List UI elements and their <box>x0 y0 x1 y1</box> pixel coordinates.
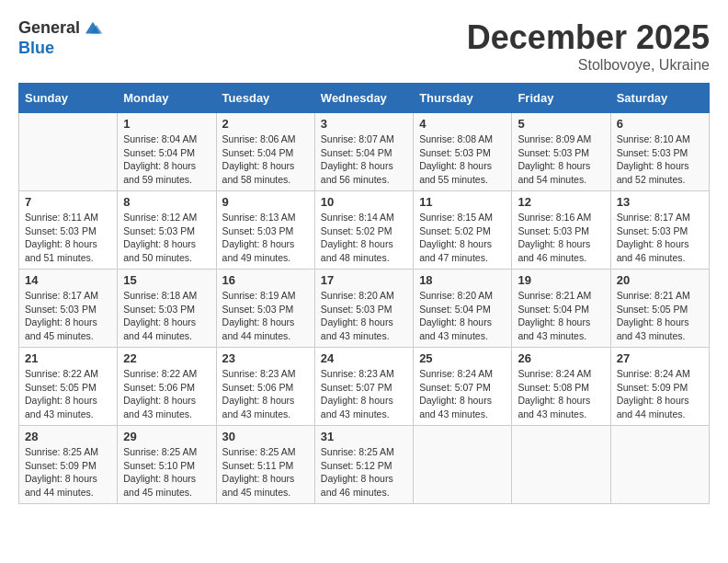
calendar-cell: 31Sunrise: 8:25 AMSunset: 5:12 PMDayligh… <box>314 426 413 504</box>
weekday-header: Tuesday <box>216 84 314 113</box>
day-info: Sunrise: 8:20 AMSunset: 5:04 PMDaylight:… <box>419 289 506 343</box>
calendar-cell: 11Sunrise: 8:15 AMSunset: 5:02 PMDayligh… <box>414 191 512 270</box>
logo-general: General <box>18 18 80 39</box>
calendar-cell <box>610 426 709 504</box>
day-info: Sunrise: 8:17 AMSunset: 5:03 PMDaylight:… <box>25 289 111 343</box>
calendar-cell: 8Sunrise: 8:12 AMSunset: 5:03 PMDaylight… <box>118 191 216 270</box>
day-number: 13 <box>617 195 703 209</box>
weekday-header: Sunday <box>19 84 118 113</box>
day-number: 2 <box>222 117 309 131</box>
day-info: Sunrise: 8:25 AMSunset: 5:09 PMDaylight:… <box>25 445 111 500</box>
calendar-cell: 7Sunrise: 8:11 AMSunset: 5:03 PMDaylight… <box>19 191 118 270</box>
day-number: 9 <box>222 195 309 209</box>
calendar-cell: 20Sunrise: 8:21 AMSunset: 5:05 PMDayligh… <box>610 270 709 348</box>
day-info: Sunrise: 8:24 AMSunset: 5:08 PMDaylight:… <box>518 367 604 421</box>
calendar-cell: 15Sunrise: 8:18 AMSunset: 5:03 PMDayligh… <box>118 270 216 348</box>
day-info: Sunrise: 8:24 AMSunset: 5:07 PMDaylight:… <box>419 367 506 421</box>
calendar-cell: 12Sunrise: 8:16 AMSunset: 5:03 PMDayligh… <box>512 191 610 270</box>
calendar-cell: 27Sunrise: 8:24 AMSunset: 5:09 PMDayligh… <box>610 348 709 426</box>
day-number: 11 <box>419 195 506 209</box>
calendar-week-row: 21Sunrise: 8:22 AMSunset: 5:05 PMDayligh… <box>19 348 710 426</box>
day-info: Sunrise: 8:09 AMSunset: 5:03 PMDaylight:… <box>518 132 604 187</box>
calendar-cell: 3Sunrise: 8:07 AMSunset: 5:04 PMDaylight… <box>314 113 413 191</box>
calendar-cell: 9Sunrise: 8:13 AMSunset: 5:03 PMDaylight… <box>216 191 314 270</box>
day-info: Sunrise: 8:22 AMSunset: 5:05 PMDaylight:… <box>25 367 111 421</box>
day-number: 5 <box>518 117 604 131</box>
day-info: Sunrise: 8:07 AMSunset: 5:04 PMDaylight:… <box>321 132 407 187</box>
calendar-cell: 24Sunrise: 8:23 AMSunset: 5:07 PMDayligh… <box>314 348 413 426</box>
calendar-cell: 10Sunrise: 8:14 AMSunset: 5:02 PMDayligh… <box>314 191 413 270</box>
calendar-cell: 1Sunrise: 8:04 AMSunset: 5:04 PMDaylight… <box>118 113 216 191</box>
calendar-cell: 6Sunrise: 8:10 AMSunset: 5:03 PMDaylight… <box>610 113 709 191</box>
day-number: 23 <box>222 351 309 365</box>
calendar-cell: 13Sunrise: 8:17 AMSunset: 5:03 PMDayligh… <box>610 191 709 270</box>
calendar-week-row: 14Sunrise: 8:17 AMSunset: 5:03 PMDayligh… <box>19 270 710 348</box>
calendar-cell: 25Sunrise: 8:24 AMSunset: 5:07 PMDayligh… <box>414 348 512 426</box>
day-info: Sunrise: 8:18 AMSunset: 5:03 PMDaylight:… <box>123 289 210 343</box>
calendar-cell: 29Sunrise: 8:25 AMSunset: 5:10 PMDayligh… <box>118 426 216 504</box>
calendar-cell: 21Sunrise: 8:22 AMSunset: 5:05 PMDayligh… <box>19 348 118 426</box>
calendar-table: SundayMondayTuesdayWednesdayThursdayFrid… <box>18 83 710 504</box>
calendar-cell: 26Sunrise: 8:24 AMSunset: 5:08 PMDayligh… <box>512 348 610 426</box>
title-area: December 2025 Stolbovoye, Ukraine <box>467 18 710 74</box>
calendar-cell: 5Sunrise: 8:09 AMSunset: 5:03 PMDaylight… <box>512 113 610 191</box>
calendar-cell <box>512 426 610 504</box>
calendar-cell: 30Sunrise: 8:25 AMSunset: 5:11 PMDayligh… <box>216 426 314 504</box>
day-info: Sunrise: 8:23 AMSunset: 5:06 PMDaylight:… <box>222 367 309 421</box>
calendar-cell: 22Sunrise: 8:22 AMSunset: 5:06 PMDayligh… <box>118 348 216 426</box>
weekday-header: Wednesday <box>314 84 413 113</box>
day-number: 7 <box>25 195 111 209</box>
day-number: 1 <box>123 117 210 131</box>
page-header: General Blue December 2025 Stolbovoye, U… <box>18 18 710 74</box>
logo-blue: Blue <box>18 39 54 57</box>
calendar-cell: 17Sunrise: 8:20 AMSunset: 5:03 PMDayligh… <box>314 270 413 348</box>
day-info: Sunrise: 8:25 AMSunset: 5:11 PMDaylight:… <box>222 445 309 500</box>
calendar-cell <box>414 426 512 504</box>
day-info: Sunrise: 8:16 AMSunset: 5:03 PMDaylight:… <box>518 211 604 265</box>
calendar-week-row: 7Sunrise: 8:11 AMSunset: 5:03 PMDaylight… <box>19 191 710 270</box>
day-number: 24 <box>321 351 407 365</box>
calendar-cell: 2Sunrise: 8:06 AMSunset: 5:04 PMDaylight… <box>216 113 314 191</box>
day-number: 4 <box>419 117 506 131</box>
day-info: Sunrise: 8:14 AMSunset: 5:02 PMDaylight:… <box>321 211 407 265</box>
month-title: December 2025 <box>467 18 710 57</box>
calendar-week-row: 1Sunrise: 8:04 AMSunset: 5:04 PMDaylight… <box>19 113 710 191</box>
day-info: Sunrise: 8:06 AMSunset: 5:04 PMDaylight:… <box>222 132 309 187</box>
day-number: 31 <box>321 430 407 443</box>
location-subtitle: Stolbovoye, Ukraine <box>467 57 710 74</box>
day-number: 12 <box>518 195 604 209</box>
day-number: 10 <box>321 195 407 209</box>
day-number: 15 <box>123 273 210 287</box>
weekday-header: Thursday <box>414 84 512 113</box>
day-number: 22 <box>123 351 210 365</box>
day-info: Sunrise: 8:20 AMSunset: 5:03 PMDaylight:… <box>321 289 407 343</box>
day-number: 17 <box>321 273 407 287</box>
day-info: Sunrise: 8:04 AMSunset: 5:04 PMDaylight:… <box>123 132 210 187</box>
calendar-header-row: SundayMondayTuesdayWednesdayThursdayFrid… <box>19 84 710 113</box>
day-info: Sunrise: 8:25 AMSunset: 5:12 PMDaylight:… <box>321 445 407 500</box>
calendar-cell: 14Sunrise: 8:17 AMSunset: 5:03 PMDayligh… <box>19 270 118 348</box>
day-number: 18 <box>419 273 506 287</box>
day-number: 19 <box>518 273 604 287</box>
calendar-cell: 19Sunrise: 8:21 AMSunset: 5:04 PMDayligh… <box>512 270 610 348</box>
day-number: 16 <box>222 273 309 287</box>
calendar-cell: 23Sunrise: 8:23 AMSunset: 5:06 PMDayligh… <box>216 348 314 426</box>
calendar-cell: 16Sunrise: 8:19 AMSunset: 5:03 PMDayligh… <box>216 270 314 348</box>
day-info: Sunrise: 8:13 AMSunset: 5:03 PMDaylight:… <box>222 211 309 265</box>
day-number: 28 <box>25 430 111 443</box>
day-number: 21 <box>25 351 111 365</box>
day-info: Sunrise: 8:21 AMSunset: 5:05 PMDaylight:… <box>617 289 703 343</box>
day-info: Sunrise: 8:17 AMSunset: 5:03 PMDaylight:… <box>617 211 703 265</box>
weekday-header: Friday <box>512 84 610 113</box>
day-info: Sunrise: 8:23 AMSunset: 5:07 PMDaylight:… <box>321 367 407 421</box>
weekday-header: Saturday <box>610 84 709 113</box>
day-info: Sunrise: 8:22 AMSunset: 5:06 PMDaylight:… <box>123 367 210 421</box>
logo-icon <box>82 19 104 38</box>
day-number: 20 <box>617 273 703 287</box>
calendar-cell: 4Sunrise: 8:08 AMSunset: 5:03 PMDaylight… <box>414 113 512 191</box>
day-info: Sunrise: 8:19 AMSunset: 5:03 PMDaylight:… <box>222 289 309 343</box>
day-info: Sunrise: 8:11 AMSunset: 5:03 PMDaylight:… <box>25 211 111 265</box>
day-number: 6 <box>617 117 703 131</box>
calendar-week-row: 28Sunrise: 8:25 AMSunset: 5:09 PMDayligh… <box>19 426 710 504</box>
calendar-cell <box>19 113 118 191</box>
